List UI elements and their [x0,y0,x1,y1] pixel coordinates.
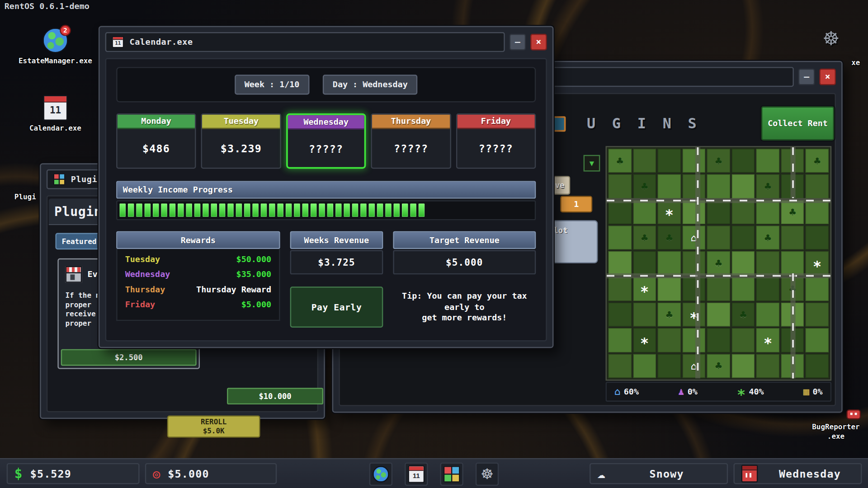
map-tile[interactable] [806,200,829,224]
map-tile[interactable] [731,354,755,378]
map-tile[interactable] [707,303,730,327]
map-tile[interactable]: ♣ [707,354,730,378]
map-tile[interactable] [682,277,705,301]
map-tile[interactable] [806,226,829,250]
taskbar-calendar-button[interactable]: 11 [405,463,428,486]
calendar-window-titlebar[interactable]: 11 Calendar.exe – × [105,32,547,53]
tab-featured[interactable]: Featured [55,233,103,250]
map-tile[interactable] [781,226,804,250]
map-tile[interactable] [682,328,705,352]
map-tile[interactable]: ♣ [707,251,730,275]
map-tile[interactable]: ♣ [633,226,656,250]
map-tile[interactable] [609,328,632,352]
map-tile[interactable] [806,277,829,301]
map-tile[interactable] [658,328,681,352]
map-tile[interactable]: ♣ [806,149,829,173]
map-tile[interactable] [756,251,779,275]
map-tile[interactable] [633,200,656,224]
map-tile[interactable] [633,149,656,173]
map-tile[interactable] [682,149,705,173]
map-tile[interactable] [707,277,730,301]
map-tile[interactable] [731,174,755,198]
map-tile[interactable]: ♣ [781,200,804,224]
map-tile[interactable] [609,174,632,198]
taskbar-plugins-button[interactable] [440,463,463,486]
map-tile[interactable] [609,226,632,250]
map-tile[interactable]: * [806,251,829,275]
map-tile[interactable] [707,328,730,352]
map-tile[interactable] [756,277,779,301]
reroll-button[interactable]: REROLL $5.0K [167,416,260,438]
map-tile[interactable]: ♣ [658,226,681,250]
close-button[interactable]: × [819,69,836,85]
map-tile[interactable] [806,354,829,378]
map-tile[interactable] [806,328,829,352]
slot-number-button[interactable]: 1 [560,196,592,212]
day-card-tuesday[interactable]: Tuesday$3.239 [201,113,281,169]
map-tile[interactable] [806,303,829,327]
map-tile[interactable] [633,303,656,327]
map-tile[interactable]: ♣ [609,149,632,173]
map-tile[interactable] [707,200,730,224]
map-tile[interactable] [682,200,705,224]
map-tile[interactable] [658,354,681,378]
map-tile[interactable]: * [633,328,656,352]
settings-gear-icon[interactable] [824,27,838,51]
map-tile[interactable] [633,251,656,275]
taskbar-settings-button[interactable] [476,463,499,486]
map-tile[interactable]: ♣ [756,226,779,250]
map-tile[interactable]: * [658,200,681,224]
map-tile[interactable]: ♣ [633,174,656,198]
map-tile[interactable] [609,354,632,378]
map-tile[interactable] [781,251,804,275]
map-tile[interactable] [633,354,656,378]
map-tile[interactable]: ♣ [658,303,681,327]
day-card-friday[interactable]: Friday????? [456,113,536,169]
day-card-thursday[interactable]: Thursday????? [371,113,451,169]
collect-rent-button[interactable]: Collect Rent [761,106,835,141]
map-tile[interactable] [658,277,681,301]
desktop-icon-estatemanager[interactable]: 2 EstateManager.exe [17,28,94,65]
map-tile[interactable] [731,277,755,301]
map-tile[interactable] [731,226,755,250]
map-tile[interactable]: ♣ [707,149,730,173]
map-tile[interactable] [707,174,730,198]
pay-early-button[interactable]: Pay Early [290,286,383,328]
map-tile[interactable] [609,277,632,301]
map-tile[interactable] [806,174,829,198]
map-tile[interactable] [609,251,632,275]
map-tile[interactable] [756,303,779,327]
desktop-icon-bugreporter[interactable]: BugReporter .exe [806,409,867,441]
map-tile[interactable]: ♣ [756,174,779,198]
map-tile[interactable] [731,149,755,173]
map-tile[interactable]: ⌂ [682,226,705,250]
desktop-icon-calendar[interactable]: 11 Calendar.exe [22,95,89,132]
buy-button[interactable]: $2.500 [61,349,197,366]
close-button[interactable]: × [530,34,547,51]
minimize-button[interactable]: – [798,69,815,85]
map-tile[interactable] [731,328,755,352]
map-tile[interactable] [682,174,705,198]
map-tile[interactable] [756,354,779,378]
map-tile[interactable]: * [756,328,779,352]
map-tile[interactable] [731,251,755,275]
map-tile[interactable]: * [682,303,705,327]
map-tile[interactable] [682,251,705,275]
taskbar-estatemanager-button[interactable] [369,463,392,486]
map-tile[interactable] [609,200,632,224]
map-tile[interactable]: ⌂ [682,354,705,378]
map-tile[interactable] [658,251,681,275]
filter-icon[interactable] [584,155,600,172]
map-tile[interactable] [658,174,681,198]
map-tile[interactable] [707,226,730,250]
map-tile[interactable] [658,149,681,173]
map-tile[interactable]: * [633,277,656,301]
minimize-button[interactable]: – [509,34,526,51]
map-tile[interactable] [731,200,755,224]
day-card-monday[interactable]: Monday$486 [116,113,196,169]
map-tile[interactable] [609,303,632,327]
buy-button[interactable]: $10.000 [227,388,323,404]
day-card-wednesday[interactable]: Wednesday????? [286,113,366,169]
map-tile[interactable]: ♣ [731,303,755,327]
map-tile[interactable] [756,200,779,224]
